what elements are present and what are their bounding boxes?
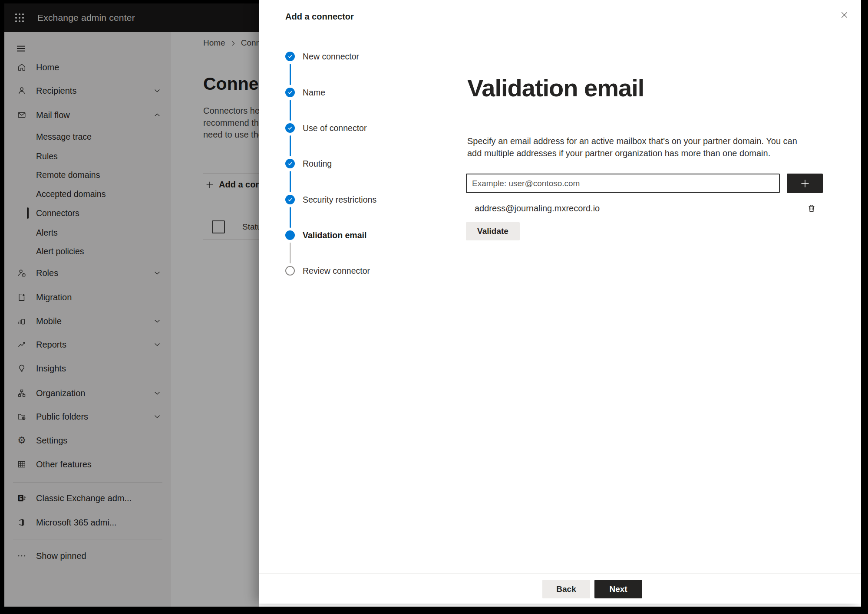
wizard-steps-pane: New connector Name Use of connector Rout… (259, 34, 439, 573)
screenshot-frame: Exchange admin center Home Recipients (0, 0, 868, 614)
wizard-step-validation-email[interactable]: Validation email (259, 226, 438, 245)
step-completed-icon (285, 52, 295, 61)
step-completed-icon (285, 195, 295, 204)
wizard-step-security-restrictions[interactable]: Security restrictions (259, 190, 438, 209)
step-label: Use of connector (303, 123, 366, 133)
step-heading: Validation email (467, 74, 644, 102)
step-label: Review connector (303, 266, 370, 276)
step-connector-line (290, 135, 291, 156)
step-label: Routing (303, 159, 332, 169)
close-icon (840, 10, 849, 20)
step-connector-line (290, 207, 291, 228)
wizard-step-name[interactable]: Name (259, 83, 438, 102)
close-button[interactable] (835, 6, 853, 24)
trash-icon (807, 204, 816, 213)
wizard-step-review-connector[interactable]: Review connector (259, 261, 438, 280)
wizard-step-new-connector[interactable]: New connector (259, 47, 438, 66)
wizard-content-pane: Validation email Specify an email addres… (438, 34, 861, 573)
next-button[interactable]: Next (594, 580, 642, 598)
plus-icon (800, 178, 810, 189)
modal-title: Add a connector (285, 12, 354, 22)
step-connector-line (290, 100, 291, 121)
step-connector-line (290, 243, 291, 263)
validate-button[interactable]: Validate (466, 222, 520, 240)
modal-dim-overlay (4, 3, 259, 607)
add-email-button[interactable] (787, 174, 823, 193)
step-label: Name (303, 88, 325, 98)
added-address-text: address@journaling.mxrecord.io (475, 204, 600, 213)
validation-email-input[interactable] (466, 174, 780, 193)
step-completed-icon (285, 159, 295, 168)
step-label: Validation email (303, 230, 366, 240)
modal-header: Add a connector (259, 0, 861, 34)
step-upcoming-icon (285, 266, 295, 276)
back-button[interactable]: Back (542, 580, 590, 598)
step-label: New connector (303, 52, 359, 62)
step-label: Security restrictions (303, 195, 376, 205)
step-connector-line (290, 171, 291, 192)
add-connector-modal: Add a connector New connector (259, 0, 861, 603)
delete-address-button[interactable] (805, 201, 818, 215)
wizard-step-use-of-connector[interactable]: Use of connector (259, 118, 438, 138)
added-address-row: address@journaling.mxrecord.io (466, 199, 823, 217)
step-current-icon (285, 230, 295, 240)
wizard-step-routing[interactable]: Routing (259, 154, 438, 173)
step-description: Specify an email address for an active m… (467, 135, 810, 159)
modal-footer: Back Next (259, 573, 861, 604)
step-connector-line (290, 64, 291, 85)
step-completed-icon (285, 123, 295, 133)
step-completed-icon (285, 88, 295, 97)
